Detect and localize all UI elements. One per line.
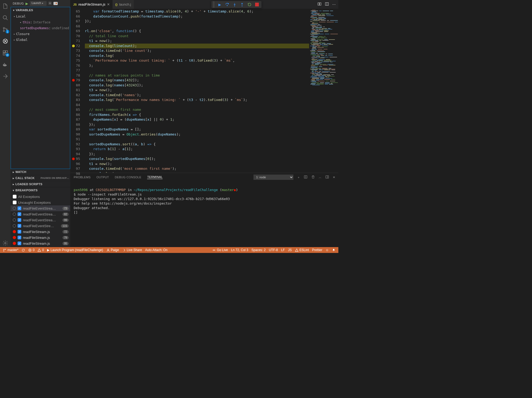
drag-handle-icon[interactable] [213, 2, 215, 7]
scope-global[interactable]: ▸Global [11, 37, 70, 43]
debug-label: DEBUG [13, 2, 24, 5]
git-branch[interactable]: master* [2, 247, 20, 253]
minimap[interactable] [309, 9, 338, 173]
code-editor[interactable]: var formattedTimestamp = timestamp.slice… [84, 9, 309, 173]
status-bar: master* 0 0 ▶ Launch Program (readFileCh… [0, 247, 338, 253]
encoding-status[interactable]: UTF-8 [268, 247, 279, 253]
svg-point-19 [242, 6, 242, 6]
breakpoint-item[interactable]: ✓readFileEventStrea…82 [11, 211, 70, 217]
line-gutter[interactable]: 6566676869707172737475767778798081828384… [70, 9, 84, 173]
step-into-icon[interactable] [231, 1, 238, 8]
bell-icon[interactable] [331, 247, 337, 253]
breakpoint-item[interactable]: ✓readFileEventStre…115 [11, 223, 70, 229]
restart-icon[interactable] [246, 1, 253, 8]
terminal-body[interactable]: pxn5096 at C02SQ5LBGTFMMBP in ~/Repos/pe… [70, 181, 338, 247]
breakpoint-dot-icon [13, 213, 16, 216]
svg-rect-8 [3, 64, 4, 65]
panel-tab-output[interactable]: OUTPUT [97, 176, 109, 179]
watch-header[interactable]: ▸WATCH [11, 169, 70, 175]
open-launch-json-icon[interactable] [53, 2, 58, 5]
breakpoint-item[interactable]: ✓readFileEventStrea…73 [11, 205, 70, 211]
loaded-scripts-header[interactable]: ▸LOADED SCRIPTS [11, 181, 70, 187]
svg-point-12 [5, 242, 6, 244]
panel-tab-terminal[interactable]: TERMINAL [147, 175, 163, 179]
checkbox[interactable]: ✓ [18, 230, 21, 234]
tab-readFileStream-js[interactable]: JSreadFileStream.js✕ [70, 0, 113, 9]
breakpoint-item[interactable]: ✓readFileEventStrea…99 [11, 217, 70, 223]
checkbox[interactable]: ✓ [18, 242, 21, 245]
checkbox[interactable]: ✓ [18, 224, 21, 228]
debug-icon[interactable] [1, 37, 9, 45]
liveshare-icon[interactable] [1, 72, 9, 80]
paige-status[interactable]: Paige [105, 247, 120, 253]
svg-rect-15 [320, 3, 321, 5]
search-icon[interactable] [1, 14, 9, 22]
svg-point-2 [3, 30, 5, 32]
debug-sidebar: DEBUG ▶ Launch ▾ ▾VARIABLES ▾Local▸this:… [11, 0, 70, 247]
scope-local[interactable]: ▾Local [11, 14, 70, 19]
extensions-icon[interactable]: ⟳ [1, 49, 9, 57]
breakpoint-item[interactable]: ✓readFileStream.js72 [11, 229, 70, 235]
tab-launch-j[interactable]: {}launch.j [113, 0, 134, 9]
split-terminal-icon[interactable] [304, 175, 307, 179]
checkbox[interactable]: ✓ [18, 236, 21, 239]
new-terminal-icon[interactable]: ＋ [297, 175, 300, 179]
debug-toolbar: ▶ [211, 1, 261, 8]
breakpoint-item[interactable]: ✓readFileStream.js95 [11, 240, 70, 246]
lang-status[interactable]: JS [287, 247, 293, 253]
continue-icon[interactable]: ▶ [216, 1, 223, 8]
split-icon[interactable] [325, 2, 329, 7]
gear-icon[interactable] [48, 1, 52, 6]
checkbox[interactable] [13, 195, 16, 198]
scm-icon[interactable]: 1 [1, 26, 9, 33]
docker-icon[interactable] [1, 61, 9, 69]
svg-rect-14 [318, 3, 319, 5]
var-this[interactable]: ▸this: Interface [11, 19, 70, 25]
sync-icon[interactable] [20, 247, 26, 253]
prettier-status[interactable]: Prettier [311, 247, 324, 253]
breakpoint-item[interactable]: Uncaught Exceptions [11, 200, 70, 205]
checkbox[interactable] [13, 201, 16, 204]
close-icon[interactable]: ✕ [107, 2, 110, 6]
var-sortedDupeNames[interactable]: sortedDupeNames: undefined [11, 25, 70, 31]
breakpoint-item[interactable]: ✓readFileStream.js79 [11, 235, 70, 240]
checkbox[interactable]: ✓ [18, 212, 21, 216]
feedback-icon[interactable]: ☺ [324, 247, 330, 253]
launch-config-select[interactable]: Launch ▾ [30, 1, 47, 6]
close-panel-icon[interactable]: ✕ [333, 176, 335, 179]
panel-tab-debug-console[interactable]: DEBUG CONSOLE [115, 176, 142, 179]
compare-icon[interactable] [317, 2, 322, 7]
step-over-icon[interactable] [224, 1, 231, 8]
step-out-icon[interactable] [239, 1, 246, 8]
liveshare-status[interactable]: Live Share [121, 247, 143, 253]
more-icon[interactable]: ⋯ [332, 2, 336, 6]
checkbox[interactable]: ✓ [18, 206, 21, 210]
autoattach-status[interactable]: Auto Attach: On [144, 247, 169, 253]
eslint-status[interactable]: ESLint [294, 247, 310, 253]
trash-icon[interactable] [311, 175, 315, 179]
settings-icon[interactable] [1, 239, 9, 247]
start-debug-icon[interactable]: ▶ [26, 2, 28, 6]
svg-point-0 [3, 16, 7, 19]
breakpoint-item[interactable]: All Exceptions [11, 194, 70, 200]
debug-run-header: DEBUG ▶ Launch ▾ [11, 0, 70, 7]
callstack-header[interactable]: ▸CALL STACKPAUSED ON BREAKP… [11, 175, 70, 181]
terminal-select[interactable]: 1: node [253, 175, 293, 180]
stop-icon[interactable] [255, 3, 259, 6]
layout-icon[interactable] [325, 175, 329, 179]
errors-status[interactable]: 0 0 [27, 247, 45, 253]
variables-header[interactable]: ▾VARIABLES [11, 7, 70, 13]
eol-status[interactable]: LF [280, 247, 286, 253]
golive-status[interactable]: Go Live [211, 247, 229, 253]
svg-rect-10 [5, 64, 6, 65]
breakpoint-dot-icon [13, 242, 16, 245]
breakpoints-header[interactable]: ▾BREAKPOINTS [11, 187, 70, 193]
scope-closure[interactable]: ▸Closure [11, 31, 70, 37]
maximize-icon[interactable]: ︿ [319, 175, 322, 179]
launch-status[interactable]: ▶ Launch Program (readFileChallenge) [46, 247, 104, 253]
explorer-icon[interactable] [1, 2, 9, 10]
cursor-pos[interactable]: Ln 72, Col 3 [230, 247, 250, 253]
checkbox[interactable]: ✓ [18, 218, 21, 222]
spaces-status[interactable]: Spaces: 2 [250, 247, 267, 253]
svg-rect-6 [6, 51, 7, 53]
